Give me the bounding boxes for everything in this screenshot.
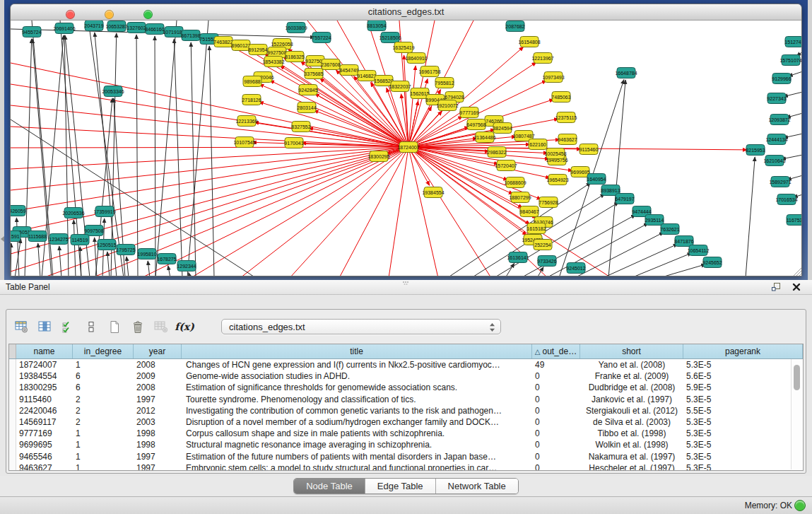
graph-node[interactable]: 10688609: [504, 177, 526, 188]
graph-node[interactable]: 18543382: [262, 57, 284, 67]
close-icon[interactable]: [792, 283, 801, 291]
graph-node[interactable]: 18640910: [405, 53, 427, 64]
resize-grip-icon[interactable]: [793, 268, 801, 276]
graph-node[interactable]: 9245652: [702, 257, 722, 268]
graph-node[interactable]: 9777169: [459, 107, 478, 118]
table-row[interactable]: 1938455462009Genome-wide association stu…: [9, 370, 803, 382]
import-table-icon-disabled[interactable]: [153, 320, 169, 334]
graph-node[interactable]: 1512747: [784, 37, 802, 47]
table-options-icon[interactable]: [13, 320, 29, 334]
graph-node[interactable]: 989688: [243, 76, 261, 87]
graph-node[interactable]: 9115460: [579, 144, 599, 155]
graph-node[interactable]: 1327602: [126, 23, 146, 33]
graph-node[interactable]: 8813054: [367, 21, 386, 31]
graph-node[interactable]: 12213967: [531, 53, 553, 64]
new-table-icon[interactable]: [107, 320, 122, 334]
table-row[interactable]: 1872400712008Changes of HCN gene express…: [9, 359, 803, 370]
graph-node[interactable]: 16325419: [392, 42, 414, 53]
graph-node[interactable]: 114519: [71, 235, 89, 245]
graph-node[interactable]: 15720407: [495, 160, 517, 171]
table-vertical-scrollbar[interactable]: [791, 359, 802, 469]
graph-node[interactable]: 2718126: [242, 95, 261, 105]
graph-node[interactable]: 1234275: [49, 234, 68, 245]
graph-node[interactable]: 2426059: [11, 206, 26, 216]
column-header-pagerank[interactable]: pagerank: [683, 344, 803, 358]
graph-node[interactable]: 12093872: [768, 115, 790, 125]
column-header-year[interactable]: year: [134, 344, 182, 358]
table-row[interactable]: 1456911722003Disruption of a novel membe…: [9, 416, 803, 428]
table-row[interactable]: 911546021997Tourette syndrome. Phenomeno…: [9, 394, 803, 405]
graph-node[interactable]: 1250515: [97, 240, 116, 250]
table-row[interactable]: 946554611997Estimation of the future num…: [9, 451, 803, 462]
function-builder-icon[interactable]: f(x): [177, 320, 192, 334]
graph-node[interactable]: 7632621: [660, 224, 679, 235]
panel-collapse-arrow-icon[interactable]: [1, 236, 4, 242]
graph-node[interactable]: 8912954: [248, 45, 267, 55]
graph-node[interactable]: 8186325: [285, 52, 304, 62]
graph-node[interactable]: 9227343: [767, 93, 786, 104]
graph-node[interactable]: 8671398: [181, 30, 200, 41]
network-window-titlebar[interactable]: citations_edges.txt: [11, 4, 801, 21]
graph-node[interactable]: 391591: [11, 231, 20, 242]
graph-node[interactable]: 3824594: [493, 123, 512, 134]
network-graph[interactable]: 9455724206914062043719106532871327602846…: [11, 21, 802, 276]
table-row[interactable]: 1830029562008Estimation of significance …: [9, 382, 803, 393]
table-row[interactable]: 969969511998Structural magnetic resonanc…: [9, 439, 803, 450]
graph-node[interactable]: 20206536: [62, 208, 84, 218]
graph-node[interactable]: 9733426: [537, 256, 556, 267]
float-window-icon[interactable]: [771, 282, 781, 291]
column-header-out-degree[interactable]: △out_de…: [532, 344, 580, 358]
network-canvas[interactable]: 9455724206914062043719106532871327602846…: [11, 21, 802, 276]
graph-node[interactable]: 20053346: [102, 86, 124, 97]
graph-node[interactable]: 7756928: [539, 197, 558, 208]
delete-table-icon[interactable]: [130, 320, 146, 334]
graph-node[interactable]: 6479197: [615, 194, 634, 204]
table-row[interactable]: 977716911998Corpus callosum shape and si…: [9, 428, 803, 439]
column-header-in-degree[interactable]: in_degree: [73, 344, 134, 358]
graph-node[interactable]: 20691406: [53, 23, 75, 34]
graph-node[interactable]: 16648784: [615, 68, 637, 78]
graph-node[interactable]: 9245012: [566, 263, 585, 274]
graph-node[interactable]: 9129966: [772, 74, 791, 84]
graph-node[interactable]: 2986322: [487, 147, 506, 158]
graph-node[interactable]: 12444134: [765, 134, 787, 145]
graph-node[interactable]: 16154808: [518, 37, 540, 47]
graph-node[interactable]: 8466160: [145, 24, 164, 35]
graph-node[interactable]: 18807299: [509, 192, 531, 203]
toggle-rows-icon[interactable]: [83, 320, 99, 334]
graph-node[interactable]: 16961758: [418, 66, 440, 77]
graph-node[interactable]: 17016534: [775, 194, 797, 205]
graph-node[interactable]: 16136141: [507, 252, 529, 263]
graph-node[interactable]: 7463822: [213, 37, 233, 47]
graph-node[interactable]: 15218506: [379, 33, 401, 43]
graph-node[interactable]: 17359919: [93, 206, 115, 217]
memory-status-indicator[interactable]: [794, 500, 806, 511]
graph-node[interactable]: 9242845: [298, 85, 317, 95]
graph-node[interactable]: 1292344: [177, 261, 196, 271]
show-columns-icon[interactable]: [37, 320, 52, 334]
graph-node[interactable]: 9463627: [558, 134, 577, 145]
graph-node[interactable]: 18724007: [397, 142, 419, 153]
graph-node[interactable]: 2935114: [645, 215, 664, 226]
graph-node[interactable]: 10973493: [542, 72, 564, 83]
graph-node[interactable]: 15751074: [779, 55, 801, 66]
column-header-short[interactable]: short: [580, 344, 683, 358]
table-selector-dropdown[interactable]: citations_edges.txt: [221, 319, 501, 334]
graph-node[interactable]: 10653287: [105, 21, 127, 32]
graph-node[interactable]: 19654923: [546, 175, 568, 185]
column-header-name[interactable]: name: [16, 344, 73, 358]
tab-network-table[interactable]: Network Table: [436, 479, 518, 493]
graph-node[interactable]: 3375685: [304, 69, 323, 79]
tab-edge-table[interactable]: Edge Table: [365, 479, 436, 493]
graph-node[interactable]: 2367608: [321, 59, 340, 70]
graph-node[interactable]: 1115688: [28, 231, 47, 242]
graph-node[interactable]: 8327552: [291, 122, 310, 132]
graph-node[interactable]: 622160: [529, 139, 547, 150]
graph-node[interactable]: 7485063: [551, 92, 570, 103]
graph-node[interactable]: 10654112: [688, 245, 710, 256]
graph-node[interactable]: 19210072: [436, 100, 458, 111]
graph-node[interactable]: 16033809: [285, 23, 307, 33]
graph-node[interactable]: 7557224: [312, 33, 331, 43]
graph-node[interactable]: 1167533: [787, 215, 802, 226]
graph-node[interactable]: 6497568: [466, 119, 486, 130]
